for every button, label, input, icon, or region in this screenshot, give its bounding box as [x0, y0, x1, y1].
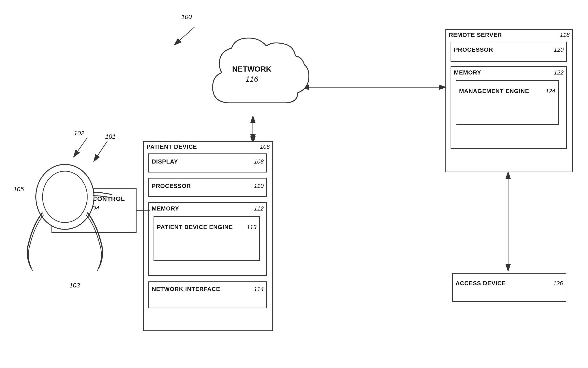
- display-108-box: DISPLAY 108: [148, 154, 267, 173]
- processor-120-label: PROCESSOR: [454, 46, 493, 53]
- patient-device-num: 106: [260, 143, 270, 150]
- svg-point-15: [43, 171, 87, 223]
- patient-device-engine-num: 113: [247, 224, 257, 231]
- ref-103: 103: [69, 282, 80, 289]
- memory-112-num: 112: [254, 205, 264, 212]
- patient-device-label: PATIENT DEVICE: [147, 143, 197, 150]
- memory-122-box: MEMORY 122 MANAGEMENT ENGINE 124: [451, 66, 567, 149]
- access-device-label: ACCESS DEVICE: [456, 280, 506, 287]
- network-interface-114-box: NETWORK INTERFACE 114: [148, 281, 267, 308]
- patient-device-box: PATIENT DEVICE 106 DISPLAY 108 PROCESSOR…: [143, 141, 273, 331]
- memory-112-label: MEMORY: [152, 205, 179, 212]
- connector-line: [137, 206, 150, 215]
- network-interface-label: NETWORK INTERFACE: [152, 286, 220, 293]
- display-108-label: DISPLAY: [152, 158, 178, 165]
- access-device-num: 126: [553, 280, 563, 287]
- memory-122-label: MEMORY: [454, 69, 481, 76]
- management-engine-124-box: MANAGEMENT ENGINE 124: [456, 80, 559, 125]
- memory-112-box: MEMORY 112 PATIENT DEVICE ENGINE 113: [148, 202, 267, 276]
- management-engine-label: MANAGEMENT ENGINE: [459, 88, 529, 95]
- ref-100: 100: [181, 13, 192, 21]
- network-cloud: NETWORK 116: [195, 29, 311, 119]
- diagram: 100 102 101 103 105 NETWORK 116 REMOTE S…: [0, 0, 588, 368]
- memory-122-num: 122: [554, 69, 564, 76]
- processor-120-box: PROCESSOR 120: [451, 42, 567, 62]
- remote-server-num: 118: [560, 32, 570, 38]
- processor-110-num: 110: [254, 183, 264, 190]
- processor-110-label: PROCESSOR: [152, 183, 191, 190]
- display-108-num: 108: [254, 158, 264, 165]
- remote-server-box: REMOTE SERVER 118 PROCESSOR 120 MEMORY 1…: [445, 29, 573, 172]
- processor-110-box: PROCESSOR 110: [148, 178, 267, 197]
- access-device-box: ACCESS DEVICE 126: [452, 273, 566, 302]
- patient-device-engine-113-box: PATIENT DEVICE ENGINE 113: [154, 216, 260, 261]
- svg-text:116: 116: [245, 75, 258, 83]
- remote-server-label: REMOTE SERVER: [449, 32, 502, 38]
- network-interface-num: 114: [254, 286, 264, 293]
- svg-text:NETWORK: NETWORK: [232, 65, 271, 73]
- management-engine-num: 124: [546, 88, 555, 95]
- svg-line-4: [175, 27, 195, 45]
- patient-device-engine-label: PATIENT DEVICE ENGINE: [157, 224, 233, 231]
- processor-120-num: 120: [554, 46, 564, 53]
- medical-device-illustration: [13, 134, 112, 277]
